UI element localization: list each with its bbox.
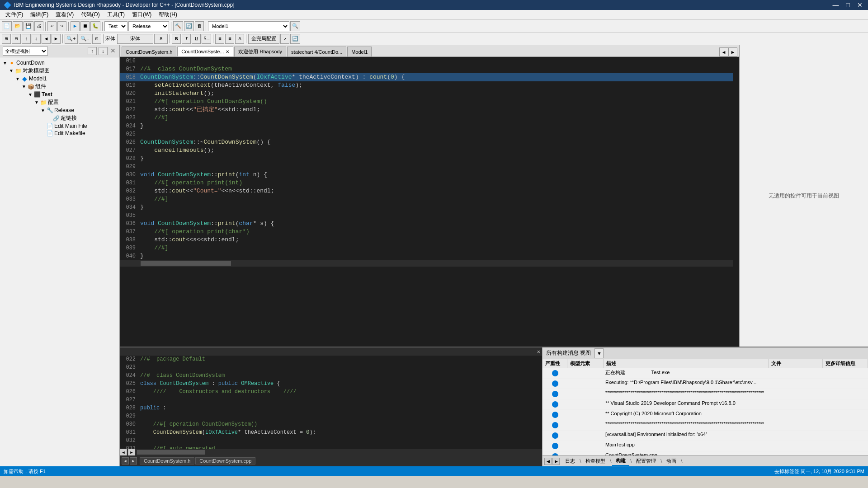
tree-down-btn[interactable]: ↓	[99, 47, 108, 55]
tb2-extra2[interactable]: 🔄	[290, 34, 300, 44]
file-scroll-left[interactable]: ◀	[122, 457, 129, 465]
undo-btn[interactable]: ↩	[47, 21, 57, 31]
strikethrough-btn[interactable]: S̶	[202, 34, 211, 44]
full-config-btn[interactable]: 全完局配置	[248, 34, 279, 44]
build-btn[interactable]: 🔨	[173, 21, 183, 31]
model-search-btn[interactable]: 🔍	[290, 21, 300, 31]
view-select[interactable]: 全模型视图	[3, 47, 48, 56]
bottom-close-icon[interactable]: ✕	[537, 348, 540, 355]
build-row-5[interactable]: i **************************************…	[542, 420, 868, 431]
menu-file[interactable]: 文件(F)	[2, 10, 27, 19]
stop-btn[interactable]: ⏹	[80, 21, 90, 31]
italic-btn[interactable]: I	[182, 34, 191, 44]
font-size[interactable]: 8	[154, 34, 168, 44]
file-scroll-right[interactable]: ▶	[130, 457, 137, 465]
print-btn[interactable]: 🖨	[34, 21, 43, 31]
build-row-2[interactable]: i **************************************…	[542, 389, 868, 399]
tb2-btn1[interactable]: ⊞	[2, 34, 11, 44]
save-btn[interactable]: 💾	[24, 21, 33, 31]
expand-icon-6[interactable]: ▼	[33, 100, 40, 105]
build-tab-scroll-left[interactable]: ◀	[544, 458, 552, 465]
font-select[interactable]: 宋体	[117, 34, 153, 44]
expand-icon-2[interactable]: ▼	[8, 68, 14, 73]
expand-icon-3[interactable]: ▼	[14, 76, 21, 81]
tab-close-btn[interactable]: ✕	[226, 49, 229, 54]
tab-statechart[interactable]: statechart 4/CountDo...	[287, 47, 346, 56]
horiz-scrollbar[interactable]	[120, 260, 733, 267]
footer-tab-build[interactable]: 构建	[612, 456, 629, 466]
scroll-left-btn[interactable]: ◀	[120, 449, 127, 456]
left-panel-close[interactable]: ✕	[109, 47, 117, 54]
tb2-btn6[interactable]: ▶	[52, 34, 61, 44]
tree-item-obj-model[interactable]: ▼ 📁 对象模型图	[2, 66, 118, 75]
tb2-btn3[interactable]: ↑	[22, 34, 31, 44]
tab-model1[interactable]: Model1	[347, 47, 372, 56]
footer-tab-log[interactable]: 日志	[561, 457, 579, 465]
tree-item-hyperlink[interactable]: 🔗 超链接	[2, 114, 118, 122]
model-select[interactable]: Model1	[208, 21, 289, 31]
run-btn[interactable]: ▶	[71, 21, 80, 31]
align-center-btn[interactable]: ≡	[225, 34, 234, 44]
tab-header-h[interactable]: CountDownSystem.h	[122, 47, 176, 56]
expand-icon-5[interactable]: ▼	[27, 92, 33, 97]
footer-tab-config[interactable]: 配置管理	[632, 457, 660, 465]
tree-item-edit-main[interactable]: 📄 Edit Main File	[2, 122, 118, 130]
build-row-4[interactable]: i ** Copyright (C) 2020 Microsoft Corpor…	[542, 410, 868, 420]
menu-window[interactable]: 窗口(W)	[128, 10, 155, 19]
scroll-right-btn[interactable]: ▶	[128, 449, 135, 456]
color-btn[interactable]: A	[235, 34, 244, 44]
underline-btn[interactable]: U	[192, 34, 201, 44]
scroll-tabs-right[interactable]: ▶	[728, 47, 737, 56]
tb2-btn5[interactable]: ◀	[42, 34, 51, 44]
menu-code[interactable]: 代码(O)	[77, 10, 103, 19]
redo-btn[interactable]: ↪	[57, 21, 66, 31]
tab-cpp[interactable]: CountDownSyste... ✕	[177, 47, 233, 56]
bottom-horiz-scrollbar[interactable]: ◀ ▶	[120, 449, 542, 455]
build-tab-scroll-right[interactable]: ▶	[552, 458, 560, 465]
clean-btn[interactable]: 🗑	[195, 21, 204, 31]
maximize-button[interactable]: □	[844, 1, 852, 9]
menu-view[interactable]: 查看(V)	[52, 10, 77, 19]
expand-icon-4[interactable]: ▼	[21, 84, 27, 89]
tb2-fit[interactable]: ⊡	[92, 34, 101, 44]
build-row-0[interactable]: i 正在构建 -------------- Test.exe ---------…	[542, 368, 868, 379]
footer-tab-check[interactable]: 检查模型	[582, 457, 609, 465]
open-btn[interactable]: 📂	[13, 21, 23, 31]
rebuild-btn[interactable]: 🔄	[184, 21, 194, 31]
scroll-tabs-left[interactable]: ◀	[719, 47, 728, 56]
tree-item-config[interactable]: ▼ 📁 配置	[2, 98, 118, 107]
tree-item-countdown[interactable]: ▼ ● CountDown	[2, 59, 118, 66]
tb2-btn4[interactable]: ↓	[32, 34, 41, 44]
tab-welcome[interactable]: 欢迎使用 Rhapsody	[234, 47, 286, 56]
debug-btn[interactable]: 🐛	[90, 21, 100, 31]
menu-edit[interactable]: 编辑(E)	[27, 10, 52, 19]
tb2-extra1[interactable]: ↗	[280, 34, 289, 44]
align-left-btn[interactable]: ≡	[215, 34, 224, 44]
test-select[interactable]: Test	[104, 21, 127, 31]
menu-help[interactable]: 帮助(H)	[155, 10, 181, 19]
tab-file-h[interactable]: CountDownSystem.h	[140, 457, 194, 465]
close-button[interactable]: ✕	[855, 1, 864, 9]
minimize-button[interactable]: —	[831, 1, 841, 9]
tab-file-cpp[interactable]: CountDownSystem.cpp	[195, 457, 255, 465]
code-editor[interactable]: 016 017 //# class CountDownSystem 018 Co…	[120, 57, 739, 347]
config-select[interactable]: Release	[128, 21, 169, 31]
tree-item-components[interactable]: ▼ 📦 组件	[2, 82, 118, 91]
build-row-6[interactable]: i [vcvarsall.bat] Environment initialize…	[542, 431, 868, 441]
tree-item-model1[interactable]: ▼ ◆ Model1	[2, 75, 118, 82]
tree-item-test[interactable]: ▼ ⬛ Test	[2, 91, 118, 98]
menu-tools[interactable]: 工具(T)	[104, 10, 128, 19]
expand-icon-7[interactable]: ▼	[40, 108, 46, 113]
build-row-7[interactable]: i MainTest.cpp	[542, 441, 868, 451]
bold-btn[interactable]: B	[172, 34, 181, 44]
bottom-scroll-thumb[interactable]	[137, 450, 205, 455]
tb2-btn2[interactable]: ⊟	[12, 34, 21, 44]
tree-item-edit-makefile[interactable]: 📄 Edit Makefile	[2, 130, 118, 137]
tree-item-release[interactable]: ▼ 🔧 Release	[2, 107, 118, 114]
build-row-8[interactable]: i CountDownSystem.cpp	[542, 451, 868, 455]
horiz-scroll-thumb[interactable]	[141, 261, 231, 266]
build-row-3[interactable]: i ** Visual Studio 2019 Developer Comman…	[542, 399, 868, 410]
build-row-1[interactable]: i Executing: **D:\Program Files\IBM\Rhap…	[542, 379, 868, 389]
new-btn[interactable]: 📄	[2, 21, 12, 31]
tb2-zoom-in[interactable]: 🔍+	[65, 34, 78, 44]
